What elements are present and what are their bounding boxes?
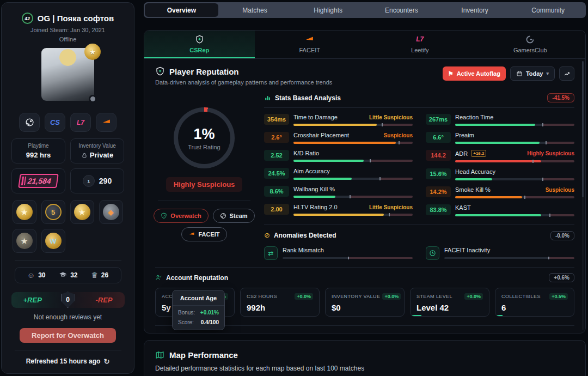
anomaly-main: FACEIT Inactivity bbox=[444, 246, 574, 259]
platform-button-faceit[interactable] bbox=[96, 113, 117, 132]
account-card-progress bbox=[411, 315, 421, 316]
divider bbox=[264, 107, 574, 108]
overwatch-shield-icon bbox=[161, 213, 167, 219]
stat-top: Preaim bbox=[455, 132, 574, 138]
account-card-delta: +0.0% bbox=[295, 293, 313, 300]
medal-3[interactable]: ★ bbox=[70, 200, 94, 224]
stat-name: Aim Accuracy bbox=[293, 168, 330, 174]
medal-4[interactable]: ◆ bbox=[99, 200, 123, 224]
tab-inventory[interactable]: Inventory bbox=[438, 3, 512, 17]
bar-danger-zone bbox=[399, 142, 413, 144]
premier-rating-card[interactable]: 1 290 bbox=[70, 168, 124, 193]
avatar-wrap: ★ bbox=[41, 48, 94, 101]
anomalies-section-header: ⊘ Anomalies Detected -0.0% bbox=[264, 231, 574, 240]
stat-bar bbox=[455, 178, 574, 180]
stats-grid: 354msTime to DamageLittle Suspicious2.6°… bbox=[264, 114, 574, 216]
leetify-rating-card[interactable]: 21,584 bbox=[11, 168, 65, 193]
bar-threshold-marker bbox=[389, 213, 390, 216]
bar-danger-zone bbox=[370, 160, 413, 162]
medal-6[interactable]: W bbox=[41, 229, 65, 253]
refreshed-status: Refreshed 15 hours ago ↻ bbox=[26, 357, 110, 366]
service-medal-icon: ★ bbox=[84, 44, 101, 60]
steam-button[interactable]: Steam bbox=[213, 209, 255, 223]
account-card-top: COLLECTIBLES+0.5% bbox=[501, 293, 568, 300]
medal-icon: W bbox=[45, 233, 62, 249]
medal-1[interactable]: ★ bbox=[13, 200, 36, 224]
refresh-icon[interactable]: ↻ bbox=[103, 357, 109, 366]
stat-bar bbox=[455, 160, 574, 162]
platform-button-leetify[interactable]: L7 bbox=[70, 113, 91, 132]
tooltip-title: Account Age bbox=[173, 290, 224, 306]
active-autoflag-button[interactable]: ⚑ Active Autoflag bbox=[443, 66, 506, 81]
provider-tab-gamersclub[interactable]: GamersClub bbox=[475, 31, 586, 58]
stat-main: Time to DamageLittle Suspicious bbox=[293, 114, 413, 126]
divider bbox=[15, 350, 121, 350]
minus-rep-button[interactable]: -REP bbox=[95, 296, 112, 304]
tab-matches[interactable]: Matches bbox=[218, 3, 292, 17]
bar-threshold-marker bbox=[370, 159, 371, 162]
profile-sidebar: 42 OG | Пояка софтов Joined Steam: Jan 3… bbox=[1, 2, 134, 374]
account-card-delta: +0.0% bbox=[464, 293, 483, 300]
stat-name: Crosshair Placement bbox=[293, 132, 349, 138]
stat-row-aim-accuracy: 24.5%Aim Accuracy bbox=[264, 168, 413, 180]
stat-main: Aim Accuracy bbox=[293, 168, 413, 180]
overwatch-button[interactable]: Overwatch bbox=[154, 209, 208, 223]
bar-danger-zone bbox=[542, 178, 574, 180]
section-subtitle: Data-driven analysis of gameplay pattern… bbox=[155, 79, 332, 86]
report-actions-row2: FACEIT bbox=[181, 227, 226, 241]
provider-tab-faceit[interactable]: FACEIT bbox=[255, 31, 365, 58]
provider-tab-leetify[interactable]: L7Leetify bbox=[365, 31, 475, 58]
map-performance-title: Map Performance bbox=[169, 350, 238, 360]
tooltip-bonus-label: Bonus: bbox=[178, 310, 195, 316]
period-dropdown[interactable]: Today ▾ bbox=[510, 66, 555, 81]
stat-name: Preaim bbox=[455, 132, 474, 138]
tab-overview[interactable]: Overview bbox=[145, 3, 218, 17]
plus-rep-button[interactable]: +REP bbox=[23, 296, 42, 304]
stat-bar bbox=[455, 142, 574, 144]
period-value: Today bbox=[526, 70, 543, 77]
bar-fill bbox=[455, 142, 540, 144]
medal-5[interactable]: ★ bbox=[13, 229, 36, 253]
bar-danger-zone bbox=[382, 124, 413, 126]
faceit-button[interactable]: FACEIT bbox=[181, 227, 226, 241]
stat-bar bbox=[455, 124, 574, 126]
medal-2[interactable]: 5 bbox=[41, 200, 65, 224]
stat-top: K/D Ratio bbox=[293, 150, 413, 156]
tab-community[interactable]: Community bbox=[511, 3, 585, 17]
bar-threshold-marker bbox=[348, 257, 349, 259]
map-performance-subtitle: Detailed performance statistics for each… bbox=[155, 365, 574, 372]
playtime-value: 992 hrs bbox=[14, 151, 63, 159]
rep-bar: +REP 0 -REP bbox=[11, 292, 125, 308]
crown-icon: ♛ bbox=[91, 271, 98, 279]
bar-fill bbox=[455, 178, 492, 180]
inventory-value-card: Inventory Value Private bbox=[70, 138, 124, 163]
stat-bar bbox=[293, 124, 413, 126]
panel-scrollbar-thumb[interactable] bbox=[582, 61, 584, 197]
tab-encounters[interactable]: Encounters bbox=[365, 3, 438, 17]
inventory-value-value: Private bbox=[73, 151, 121, 159]
tab-highlights[interactable]: Highlights bbox=[291, 3, 365, 17]
section-title: Player Reputation bbox=[169, 67, 239, 76]
trend-chart-button[interactable] bbox=[559, 66, 574, 81]
player-reputation-header: Player Reputation Data-driven analysis o… bbox=[155, 66, 574, 86]
faceit-icon bbox=[305, 35, 314, 44]
anomaly-rank-mismatch: ⇄Rank Mismatch bbox=[264, 246, 413, 260]
account-card-label: COLLECTIBLES bbox=[501, 294, 541, 299]
anomaly-main: Rank Mismatch bbox=[283, 246, 413, 259]
platform-button-steam[interactable] bbox=[19, 113, 40, 132]
platform-button-cs2[interactable]: CS bbox=[45, 113, 65, 132]
profile-counts-card: ☺3032♛26 bbox=[15, 267, 121, 283]
stat-bar bbox=[283, 257, 413, 259]
stat-value-badge: 24.5% bbox=[264, 168, 289, 179]
count-value: 30 bbox=[38, 271, 45, 279]
leetify-score-badge: 21,584 bbox=[18, 174, 58, 188]
stat-row-time-to-damage: 354msTime to DamageLittle Suspicious bbox=[264, 114, 413, 126]
provider-tab-csrep[interactable]: CSRep bbox=[144, 31, 255, 58]
reputation-shield-icon bbox=[155, 66, 165, 76]
chevron-down-icon: ▾ bbox=[546, 71, 549, 76]
stat-value-badge: 144.2 bbox=[426, 150, 451, 161]
stat-value-badge: 8.6% bbox=[264, 186, 289, 197]
profile-stat-cards: Playtime 992 hrs Inventory Value Private bbox=[8, 138, 127, 163]
report-overwatch-button[interactable]: Report for Overwatch bbox=[20, 328, 116, 343]
stat-status-label: Highly Suspicious bbox=[527, 150, 574, 156]
